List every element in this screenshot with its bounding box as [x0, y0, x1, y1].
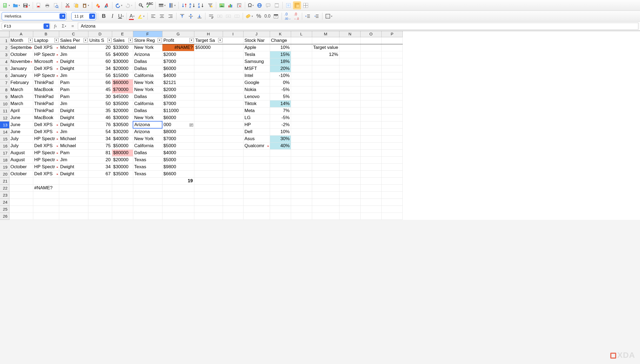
new-button[interactable]: ▾	[2, 1, 11, 9]
cell-D8[interactable]: 45	[88, 86, 112, 93]
cell-A4[interactable]: Novembe▸	[9, 58, 33, 65]
cell-B11[interactable]: ThinkPad	[33, 107, 59, 114]
cell-M4[interactable]	[312, 58, 339, 65]
cell-H12[interactable]	[194, 114, 223, 121]
cell-L3[interactable]	[291, 51, 312, 58]
spellcheck-button[interactable]: ABC✓	[146, 1, 154, 9]
row-header-5[interactable]: 5	[0, 65, 9, 72]
cell-J16[interactable]: Qualcomr▸	[243, 142, 270, 149]
cell-N26[interactable]	[339, 213, 361, 220]
cell-O21[interactable]	[361, 177, 382, 184]
cell-D22[interactable]	[88, 184, 112, 191]
pivot-table-button[interactable]	[235, 1, 243, 9]
cell-A3[interactable]: October	[9, 51, 33, 58]
cell-K17[interactable]	[270, 149, 291, 156]
cell-C9[interactable]: Pam	[59, 93, 88, 100]
highlight-color-button[interactable]: ▾	[136, 12, 146, 20]
cell-E6[interactable]: $15000	[112, 72, 133, 79]
cell-I8[interactable]	[223, 86, 243, 93]
row-header-19[interactable]: 19	[0, 163, 9, 170]
cell-J15[interactable]: Asus	[243, 135, 270, 142]
cell-C19[interactable]: Dwight	[59, 163, 88, 170]
cell-P17[interactable]	[382, 149, 403, 156]
cell-M13[interactable]	[312, 121, 339, 128]
cell-G23[interactable]	[162, 191, 194, 198]
cell-I16[interactable]	[223, 142, 243, 149]
cell-G5[interactable]: $6000	[162, 65, 194, 72]
cell-F19[interactable]: Texas	[133, 163, 162, 170]
cell-H4[interactable]	[194, 58, 223, 65]
cell-L4[interactable]	[291, 58, 312, 65]
cell-L19[interactable]	[291, 163, 312, 170]
cell-E12[interactable]: $30000	[112, 114, 133, 121]
cell-H11[interactable]	[194, 107, 223, 114]
cell-D10[interactable]: 50	[88, 100, 112, 107]
cell-I21[interactable]	[223, 177, 243, 184]
cell-L21[interactable]	[291, 177, 312, 184]
row-ops-button[interactable]: ▾	[157, 1, 167, 9]
cell-E26[interactable]	[112, 213, 133, 220]
cell-O7[interactable]	[361, 79, 382, 86]
row-header-26[interactable]: 26	[0, 213, 9, 220]
cell-D11[interactable]: 35	[88, 107, 112, 114]
cell-M18[interactable]	[312, 156, 339, 163]
row-header-1[interactable]: 1	[0, 37, 9, 44]
cell-I18[interactable]	[223, 156, 243, 163]
cell-I7[interactable]	[223, 79, 243, 86]
cell-I17[interactable]	[223, 149, 243, 156]
autofilter-dropdown[interactable]: ▼	[189, 38, 194, 42]
cell-I23[interactable]	[223, 191, 243, 198]
cell-N2[interactable]	[339, 44, 361, 51]
cell-M23[interactable]	[312, 191, 339, 198]
cell-I13[interactable]	[223, 121, 243, 128]
cell-I26[interactable]	[223, 213, 243, 220]
cell-I25[interactable]	[223, 205, 243, 213]
cell-K16[interactable]: 40%	[270, 142, 291, 149]
column-header-B[interactable]: B	[33, 31, 59, 37]
cell-M21[interactable]	[312, 177, 339, 184]
row-header-16[interactable]: 16	[0, 142, 9, 149]
cell-C3[interactable]: Jim	[59, 51, 88, 58]
cell-B19[interactable]: HP Spectr▸	[33, 163, 59, 170]
font-size-input[interactable]	[71, 12, 96, 20]
cell-B14[interactable]: Dell XPS▸	[33, 128, 59, 135]
cell-J3[interactable]: Tesla	[243, 51, 270, 58]
cell-O14[interactable]	[361, 128, 382, 135]
cell-A2[interactable]: Septembe▸	[9, 44, 33, 51]
cell-I9[interactable]	[223, 93, 243, 100]
cell-O24[interactable]	[361, 198, 382, 205]
formula-equals-button[interactable]: =	[69, 23, 76, 30]
cell-M7[interactable]	[312, 79, 339, 86]
cell-B17[interactable]: HP Spectr▸	[33, 149, 59, 156]
cell-J2[interactable]: Apple	[243, 44, 270, 51]
cell-L2[interactable]	[291, 44, 312, 51]
cell-L14[interactable]	[291, 128, 312, 135]
cell-P14[interactable]	[382, 128, 403, 135]
cell-N19[interactable]	[339, 163, 361, 170]
align-right-button[interactable]	[166, 12, 175, 20]
hyperlink-button[interactable]	[255, 1, 264, 9]
special-char-button[interactable]: Ω▾	[247, 1, 255, 9]
insert-image-button[interactable]	[218, 1, 226, 9]
clear-formatting-button[interactable]: A✕	[102, 1, 111, 9]
select-all-corner[interactable]	[0, 31, 9, 37]
cell-K24[interactable]	[270, 198, 291, 205]
cell-P11[interactable]	[382, 107, 403, 114]
row-header-7[interactable]: 7	[0, 79, 9, 86]
cell-E8[interactable]: $70000	[112, 86, 133, 93]
cell-G8[interactable]: $2000	[162, 86, 194, 93]
cell-M15[interactable]	[312, 135, 339, 142]
row-header-9[interactable]: 9	[0, 93, 9, 100]
cell-K3[interactable]: 15%	[270, 51, 291, 58]
cell-K21[interactable]	[270, 177, 291, 184]
cell-P26[interactable]	[382, 213, 403, 220]
cell-M1[interactable]	[312, 37, 339, 44]
cell-J20[interactable]	[243, 170, 270, 177]
cell-L16[interactable]	[291, 142, 312, 149]
cell-A17[interactable]: August	[9, 149, 33, 156]
cell-D7[interactable]: 66	[88, 79, 112, 86]
row-header-13[interactable]: 13	[0, 121, 9, 128]
cell-L6[interactable]	[291, 72, 312, 79]
cell-H3[interactable]	[194, 51, 223, 58]
cell-F25[interactable]	[133, 205, 162, 213]
